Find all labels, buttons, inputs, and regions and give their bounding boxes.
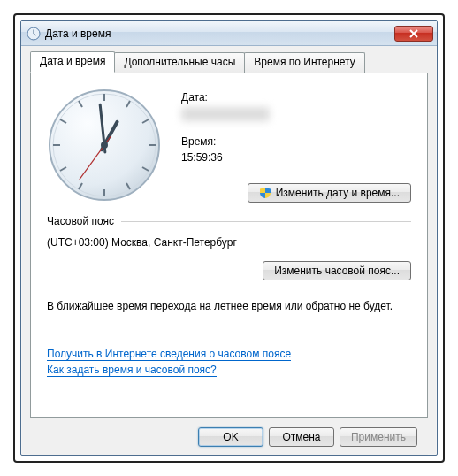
titlebar[interactable]: Дата и время — [21, 21, 437, 46]
button-bar: OK Отмена Применить — [30, 418, 428, 455]
ok-button[interactable]: OK — [198, 427, 263, 447]
timezone-section-label: Часовой пояс — [47, 215, 114, 227]
tab-internet-time[interactable]: Время по Интернету — [244, 52, 364, 73]
tab-additional-clocks[interactable]: Дополнительные часы — [114, 52, 245, 73]
divider — [121, 221, 411, 222]
change-timezone-button[interactable]: Изменить часовой пояс... — [263, 261, 411, 280]
timezone-value: (UTC+03:00) Москва, Санкт-Петербург — [47, 236, 411, 249]
tab-date-time[interactable]: Дата и время — [30, 51, 115, 73]
content-area: Дата и время Дополнительные часы Время п… — [21, 46, 437, 455]
tab-panel: Дата: Время: 15:59:36 — [30, 73, 428, 418]
close-button[interactable] — [394, 26, 433, 42]
date-value-blurred — [181, 107, 270, 121]
change-datetime-button[interactable]: Изменить дату и время... — [248, 183, 411, 203]
svg-point-22 — [101, 142, 108, 149]
date-label: Дата: — [181, 91, 411, 104]
analog-clock — [47, 88, 162, 203]
cancel-button[interactable]: Отмена — [269, 427, 334, 447]
time-value: 15:59:36 — [181, 151, 411, 164]
link-howto[interactable]: Как задать время и часовой пояс? — [47, 364, 217, 377]
outer-frame: Дата и время Дата и время Дополнительные… — [13, 13, 445, 463]
dst-notice: В ближайшее время перехода на летнее вре… — [47, 300, 411, 312]
apply-button[interactable]: Применить — [340, 427, 417, 447]
tab-strip: Дата и время Дополнительные часы Время п… — [30, 51, 428, 73]
link-timezone-info[interactable]: Получить в Интернете сведения о часовом … — [47, 348, 291, 361]
clock-icon — [27, 27, 41, 41]
change-datetime-label: Изменить дату и время... — [276, 187, 400, 199]
dialog-window: Дата и время Дата и время Дополнительные… — [20, 20, 438, 456]
window-title: Дата и время — [45, 27, 394, 40]
close-icon — [409, 29, 418, 38]
change-timezone-label: Изменить часовой пояс... — [274, 265, 400, 277]
time-label: Время: — [181, 135, 411, 148]
shield-icon — [259, 187, 271, 199]
